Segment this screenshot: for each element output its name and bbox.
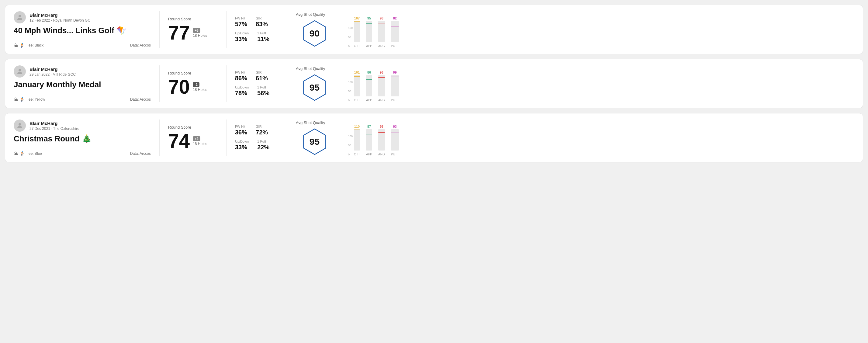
stats-row-top: FW Hit 57% GIR 83% <box>235 17 278 28</box>
score-badge: +5 18 Holes <box>193 28 207 38</box>
fw-hit-label: FW Hit <box>235 70 247 74</box>
chart-column-ott: 107 OTT <box>354 17 360 48</box>
tee-info: 🌥 🏌 Tee: Blue <box>14 151 42 156</box>
stats-section: FW Hit 36% GIR 72% Up/Down 33% 1 Putt 22… <box>226 120 287 156</box>
user-date-course: 27 Dec 2021 · The Oxfordshire <box>30 126 79 131</box>
tee-label: Tee: Blue <box>27 151 42 156</box>
chart-column-arg: 98 ARG <box>378 17 385 48</box>
user-name: Blair McHarg <box>30 67 76 72</box>
avatar <box>14 65 26 77</box>
avatar <box>14 120 26 132</box>
quality-label: Avg Shot Quality <box>296 12 325 17</box>
round-title: 40 Mph Winds... Links Golf 🪁 <box>14 26 151 35</box>
oneputt-value: 22% <box>257 144 269 151</box>
fw-hit-value: 86% <box>235 75 247 82</box>
round-card-2: Blair McHarg 29 Jan 2022 · Mill Ride GCC… <box>5 59 863 108</box>
stats-row-top: FW Hit 36% GIR 72% <box>235 125 278 136</box>
oneputt-stat: 1 Putt 56% <box>257 86 269 97</box>
updown-value: 33% <box>235 144 249 151</box>
golf-bag-icon: 🏌 <box>20 97 25 102</box>
chart-column-arg: 95 ARG <box>378 125 385 156</box>
gir-stat: GIR 61% <box>256 70 268 82</box>
quality-section: Avg Shot Quality 90 <box>287 11 342 48</box>
weather-icon: 🌥 <box>14 97 18 102</box>
holes-label: 18 Holes <box>193 88 207 92</box>
gir-stat: GIR 72% <box>256 125 268 136</box>
score-diff-badge: +5 <box>193 28 200 33</box>
data-source: Data: Arccos <box>130 97 151 101</box>
gir-stat: GIR 83% <box>256 17 268 28</box>
updown-label: Up/Down <box>235 86 249 89</box>
chart-column-app: 95 APP <box>366 17 372 48</box>
updown-stat: Up/Down 78% <box>235 86 249 97</box>
stats-section: FW Hit 57% GIR 83% Up/Down 33% 1 Putt 11… <box>226 11 287 48</box>
fw-hit-stat: FW Hit 86% <box>235 70 247 82</box>
user-name: Blair McHarg <box>30 12 90 18</box>
updown-stat: Up/Down 33% <box>235 139 249 151</box>
round-title: January Monthly Medal <box>14 80 151 89</box>
oneputt-label: 1 Putt <box>257 139 269 143</box>
golf-bag-icon: 🏌 <box>20 43 25 48</box>
tee-info: 🌥 🏌 Tee: Black <box>14 43 43 48</box>
round-score-label: Round Score <box>168 17 218 21</box>
chart-section: 100 50 0 110 OTT 87 APP <box>342 120 854 156</box>
chart-column-putt: 99 PUTT <box>391 70 399 102</box>
middle-section: Round Score 74 +2 18 Holes <box>160 120 226 156</box>
score-row: 77 +5 18 Holes <box>168 23 218 42</box>
quality-score: 95 <box>310 83 319 93</box>
quality-score: 95 <box>310 136 319 147</box>
stats-row-bottom: Up/Down 78% 1 Putt 56% <box>235 86 278 97</box>
quality-label: Avg Shot Quality <box>296 120 325 125</box>
round-card-1: Blair McHarg 12 Feb 2022 · Royal North D… <box>5 5 863 54</box>
user-info: Blair McHarg 27 Dec 2021 · The Oxfordshi… <box>14 120 151 132</box>
updown-label: Up/Down <box>235 31 249 35</box>
user-date-course: 29 Jan 2022 · Mill Ride GCC <box>30 72 76 76</box>
chart-column-ott: 101 OTT <box>354 70 360 102</box>
quality-label: Avg Shot Quality <box>296 66 325 71</box>
tee-label: Tee: Black <box>27 43 43 48</box>
gir-label: GIR <box>256 125 268 128</box>
chart-column-app: 87 APP <box>366 125 372 156</box>
updown-value: 78% <box>235 90 249 97</box>
stats-row-bottom: Up/Down 33% 1 Putt 22% <box>235 139 278 151</box>
oneputt-stat: 1 Putt 11% <box>257 31 269 42</box>
footer-info: 🌥 🏌 Tee: Blue Data: Arccos <box>14 151 151 156</box>
user-info: Blair McHarg 29 Jan 2022 · Mill Ride GCC <box>14 65 151 77</box>
big-score: 77 <box>168 23 190 42</box>
chart-section: 100 50 0 101 OTT 86 APP <box>342 65 854 102</box>
score-badge: -2 18 Holes <box>193 82 207 92</box>
fw-hit-label: FW Hit <box>235 125 247 128</box>
score-diff-badge: +2 <box>193 136 200 141</box>
big-score: 70 <box>168 77 190 97</box>
round-score-label: Round Score <box>168 125 218 129</box>
left-section: Blair McHarg 12 Feb 2022 · Royal North D… <box>14 11 160 48</box>
oneputt-label: 1 Putt <box>257 86 269 89</box>
tee-info: 🌥 🏌 Tee: Yellow <box>14 97 45 102</box>
svg-point-4 <box>19 123 21 126</box>
fw-hit-value: 36% <box>235 129 247 136</box>
holes-label: 18 Holes <box>193 142 207 146</box>
oneputt-label: 1 Putt <box>257 31 269 35</box>
left-section: Blair McHarg 27 Dec 2021 · The Oxfordshi… <box>14 120 160 156</box>
gir-label: GIR <box>256 17 268 20</box>
stats-section: FW Hit 86% GIR 61% Up/Down 78% 1 Putt 56… <box>226 65 287 102</box>
score-diff-badge: -2 <box>193 82 199 87</box>
hexagon-container: 95 <box>301 128 328 155</box>
oneputt-value: 11% <box>257 36 269 42</box>
fw-hit-value: 57% <box>235 21 247 28</box>
gir-value: 72% <box>256 129 268 136</box>
tee-label: Tee: Yellow <box>27 97 45 101</box>
weather-icon: 🌥 <box>14 43 18 48</box>
updown-value: 33% <box>235 36 249 42</box>
fw-hit-label: FW Hit <box>235 17 247 20</box>
gir-value: 61% <box>256 75 268 82</box>
footer-info: 🌥 🏌 Tee: Yellow Data: Arccos <box>14 97 151 102</box>
left-section: Blair McHarg 29 Jan 2022 · Mill Ride GCC… <box>14 65 160 102</box>
data-source: Data: Arccos <box>130 43 151 48</box>
oneputt-stat: 1 Putt 22% <box>257 139 269 151</box>
score-row: 74 +2 18 Holes <box>168 131 218 151</box>
updown-stat: Up/Down 33% <box>235 31 249 42</box>
stats-row-bottom: Up/Down 33% 1 Putt 11% <box>235 31 278 42</box>
chart-column-arg: 96 ARG <box>378 70 385 102</box>
quality-section: Avg Shot Quality 95 <box>287 65 342 102</box>
